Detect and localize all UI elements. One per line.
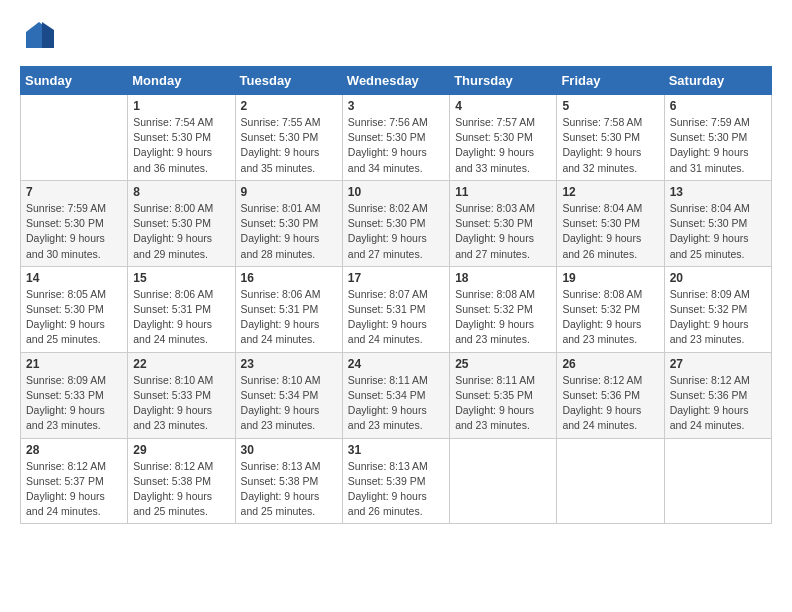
sunrise: Sunrise: 8:13 AM bbox=[241, 460, 321, 472]
day-number: 19 bbox=[562, 271, 658, 285]
calendar-week-4: 21 Sunrise: 8:09 AM Sunset: 5:33 PM Dayl… bbox=[21, 352, 772, 438]
daylight: Daylight: 9 hours and 25 minutes. bbox=[670, 232, 749, 259]
calendar-cell: 6 Sunrise: 7:59 AM Sunset: 5:30 PM Dayli… bbox=[664, 95, 771, 181]
calendar-cell: 5 Sunrise: 7:58 AM Sunset: 5:30 PM Dayli… bbox=[557, 95, 664, 181]
sunrise: Sunrise: 8:02 AM bbox=[348, 202, 428, 214]
day-info: Sunrise: 8:12 AM Sunset: 5:37 PM Dayligh… bbox=[26, 459, 122, 520]
day-number: 30 bbox=[241, 443, 337, 457]
daylight: Daylight: 9 hours and 32 minutes. bbox=[562, 146, 641, 173]
sunrise: Sunrise: 7:59 AM bbox=[670, 116, 750, 128]
day-number: 1 bbox=[133, 99, 229, 113]
calendar-cell: 3 Sunrise: 7:56 AM Sunset: 5:30 PM Dayli… bbox=[342, 95, 449, 181]
sunset: Sunset: 5:30 PM bbox=[455, 217, 533, 229]
calendar-cell: 26 Sunrise: 8:12 AM Sunset: 5:36 PM Dayl… bbox=[557, 352, 664, 438]
sunrise: Sunrise: 8:10 AM bbox=[133, 374, 213, 386]
sunrise: Sunrise: 7:58 AM bbox=[562, 116, 642, 128]
day-number: 22 bbox=[133, 357, 229, 371]
sunset: Sunset: 5:30 PM bbox=[562, 131, 640, 143]
sunset: Sunset: 5:36 PM bbox=[562, 389, 640, 401]
sunrise: Sunrise: 8:11 AM bbox=[348, 374, 428, 386]
sunrise: Sunrise: 8:11 AM bbox=[455, 374, 535, 386]
sunrise: Sunrise: 8:12 AM bbox=[562, 374, 642, 386]
calendar-week-5: 28 Sunrise: 8:12 AM Sunset: 5:37 PM Dayl… bbox=[21, 438, 772, 524]
calendar-cell: 12 Sunrise: 8:04 AM Sunset: 5:30 PM Dayl… bbox=[557, 180, 664, 266]
sunrise: Sunrise: 7:56 AM bbox=[348, 116, 428, 128]
day-info: Sunrise: 8:04 AM Sunset: 5:30 PM Dayligh… bbox=[670, 201, 766, 262]
sunset: Sunset: 5:32 PM bbox=[562, 303, 640, 315]
day-number: 25 bbox=[455, 357, 551, 371]
day-number: 31 bbox=[348, 443, 444, 457]
sunrise: Sunrise: 8:07 AM bbox=[348, 288, 428, 300]
day-info: Sunrise: 8:11 AM Sunset: 5:35 PM Dayligh… bbox=[455, 373, 551, 434]
calendar-week-2: 7 Sunrise: 7:59 AM Sunset: 5:30 PM Dayli… bbox=[21, 180, 772, 266]
daylight: Daylight: 9 hours and 33 minutes. bbox=[455, 146, 534, 173]
daylight: Daylight: 9 hours and 23 minutes. bbox=[670, 318, 749, 345]
day-number: 2 bbox=[241, 99, 337, 113]
calendar-cell: 21 Sunrise: 8:09 AM Sunset: 5:33 PM Dayl… bbox=[21, 352, 128, 438]
sunset: Sunset: 5:38 PM bbox=[133, 475, 211, 487]
calendar-cell: 19 Sunrise: 8:08 AM Sunset: 5:32 PM Dayl… bbox=[557, 266, 664, 352]
sunset: Sunset: 5:39 PM bbox=[348, 475, 426, 487]
sunset: Sunset: 5:32 PM bbox=[670, 303, 748, 315]
day-number: 8 bbox=[133, 185, 229, 199]
day-info: Sunrise: 8:03 AM Sunset: 5:30 PM Dayligh… bbox=[455, 201, 551, 262]
page-header bbox=[20, 20, 772, 50]
day-info: Sunrise: 8:00 AM Sunset: 5:30 PM Dayligh… bbox=[133, 201, 229, 262]
calendar-cell bbox=[21, 95, 128, 181]
sunset: Sunset: 5:34 PM bbox=[348, 389, 426, 401]
header-tuesday: Tuesday bbox=[235, 67, 342, 95]
day-info: Sunrise: 8:05 AM Sunset: 5:30 PM Dayligh… bbox=[26, 287, 122, 348]
day-number: 26 bbox=[562, 357, 658, 371]
day-number: 21 bbox=[26, 357, 122, 371]
sunset: Sunset: 5:31 PM bbox=[241, 303, 319, 315]
sunset: Sunset: 5:30 PM bbox=[670, 131, 748, 143]
daylight: Daylight: 9 hours and 23 minutes. bbox=[26, 404, 105, 431]
sunrise: Sunrise: 7:59 AM bbox=[26, 202, 106, 214]
day-info: Sunrise: 8:02 AM Sunset: 5:30 PM Dayligh… bbox=[348, 201, 444, 262]
sunset: Sunset: 5:30 PM bbox=[455, 131, 533, 143]
calendar-cell: 30 Sunrise: 8:13 AM Sunset: 5:38 PM Dayl… bbox=[235, 438, 342, 524]
day-info: Sunrise: 8:08 AM Sunset: 5:32 PM Dayligh… bbox=[562, 287, 658, 348]
sunrise: Sunrise: 8:08 AM bbox=[455, 288, 535, 300]
sunrise: Sunrise: 8:05 AM bbox=[26, 288, 106, 300]
sunrise: Sunrise: 8:08 AM bbox=[562, 288, 642, 300]
daylight: Daylight: 9 hours and 24 minutes. bbox=[670, 404, 749, 431]
calendar-cell: 4 Sunrise: 7:57 AM Sunset: 5:30 PM Dayli… bbox=[450, 95, 557, 181]
sunset: Sunset: 5:30 PM bbox=[348, 131, 426, 143]
logo bbox=[20, 20, 54, 50]
header-row: SundayMondayTuesdayWednesdayThursdayFrid… bbox=[21, 67, 772, 95]
sunset: Sunset: 5:33 PM bbox=[133, 389, 211, 401]
day-number: 17 bbox=[348, 271, 444, 285]
day-info: Sunrise: 8:11 AM Sunset: 5:34 PM Dayligh… bbox=[348, 373, 444, 434]
sunset: Sunset: 5:31 PM bbox=[133, 303, 211, 315]
day-info: Sunrise: 8:06 AM Sunset: 5:31 PM Dayligh… bbox=[133, 287, 229, 348]
day-number: 12 bbox=[562, 185, 658, 199]
header-friday: Friday bbox=[557, 67, 664, 95]
daylight: Daylight: 9 hours and 26 minutes. bbox=[562, 232, 641, 259]
sunset: Sunset: 5:30 PM bbox=[133, 131, 211, 143]
day-number: 9 bbox=[241, 185, 337, 199]
daylight: Daylight: 9 hours and 36 minutes. bbox=[133, 146, 212, 173]
sunset: Sunset: 5:30 PM bbox=[26, 303, 104, 315]
day-info: Sunrise: 8:09 AM Sunset: 5:33 PM Dayligh… bbox=[26, 373, 122, 434]
sunset: Sunset: 5:30 PM bbox=[562, 217, 640, 229]
sunset: Sunset: 5:30 PM bbox=[670, 217, 748, 229]
daylight: Daylight: 9 hours and 25 minutes. bbox=[133, 490, 212, 517]
calendar-week-1: 1 Sunrise: 7:54 AM Sunset: 5:30 PM Dayli… bbox=[21, 95, 772, 181]
calendar-cell: 13 Sunrise: 8:04 AM Sunset: 5:30 PM Dayl… bbox=[664, 180, 771, 266]
day-info: Sunrise: 8:08 AM Sunset: 5:32 PM Dayligh… bbox=[455, 287, 551, 348]
sunset: Sunset: 5:34 PM bbox=[241, 389, 319, 401]
header-thursday: Thursday bbox=[450, 67, 557, 95]
daylight: Daylight: 9 hours and 28 minutes. bbox=[241, 232, 320, 259]
calendar-cell: 20 Sunrise: 8:09 AM Sunset: 5:32 PM Dayl… bbox=[664, 266, 771, 352]
day-number: 18 bbox=[455, 271, 551, 285]
daylight: Daylight: 9 hours and 34 minutes. bbox=[348, 146, 427, 173]
day-info: Sunrise: 7:55 AM Sunset: 5:30 PM Dayligh… bbox=[241, 115, 337, 176]
sunrise: Sunrise: 8:12 AM bbox=[133, 460, 213, 472]
day-info: Sunrise: 8:12 AM Sunset: 5:36 PM Dayligh… bbox=[562, 373, 658, 434]
day-number: 5 bbox=[562, 99, 658, 113]
calendar-cell: 7 Sunrise: 7:59 AM Sunset: 5:30 PM Dayli… bbox=[21, 180, 128, 266]
daylight: Daylight: 9 hours and 29 minutes. bbox=[133, 232, 212, 259]
day-number: 15 bbox=[133, 271, 229, 285]
day-info: Sunrise: 7:59 AM Sunset: 5:30 PM Dayligh… bbox=[26, 201, 122, 262]
